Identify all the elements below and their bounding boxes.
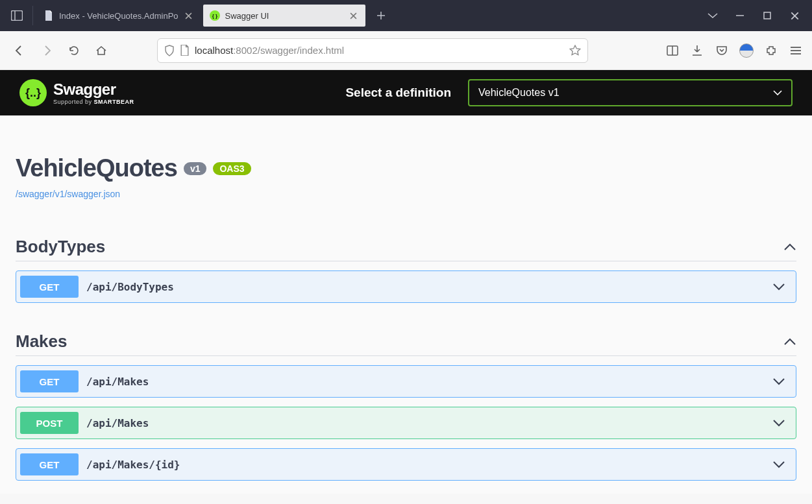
separator bbox=[32, 6, 33, 25]
tab-title: Index - VehicleQuotes.AdminPo bbox=[59, 11, 178, 21]
svg-rect-0 bbox=[12, 11, 23, 21]
chevron-down-icon bbox=[766, 378, 792, 385]
browser-titlebar: Index - VehicleQuotes.AdminPo { } Swagge… bbox=[0, 0, 812, 31]
close-window-button[interactable] bbox=[789, 10, 800, 21]
spec-link[interactable]: /swagger/v1/swagger.json bbox=[16, 189, 796, 199]
section-title: Makes bbox=[16, 331, 68, 352]
section-bodytypes: BodyTypes GET /api/BodyTypes bbox=[16, 237, 796, 303]
definition-select[interactable]: VehicleQuotes v1 bbox=[468, 79, 793, 106]
extensions-icon[interactable] bbox=[764, 43, 778, 58]
definition-selected-value: VehicleQuotes v1 bbox=[478, 87, 560, 99]
svg-rect-5 bbox=[764, 12, 770, 19]
operation-row[interactable]: POST /api/Makes bbox=[16, 407, 796, 439]
tab-inactive-0[interactable]: Index - VehicleQuotes.AdminPo bbox=[37, 5, 201, 27]
section-header[interactable]: BodyTypes bbox=[16, 237, 796, 261]
chevron-down-icon bbox=[766, 283, 792, 291]
swagger-logo-text: Swagger Supported by SMARTBEAR bbox=[53, 80, 134, 105]
operation-path: /api/BodyTypes bbox=[86, 281, 766, 293]
sidebar-toggle-button[interactable] bbox=[5, 4, 29, 27]
section-title: BodyTypes bbox=[16, 237, 105, 257]
app-menu-icon[interactable] bbox=[789, 43, 803, 58]
chevron-down-icon bbox=[766, 419, 792, 427]
method-badge: GET bbox=[20, 370, 79, 392]
shield-icon[interactable] bbox=[164, 45, 175, 56]
api-title: VehicleQuotes bbox=[16, 154, 177, 182]
chevron-down-icon bbox=[773, 90, 782, 95]
method-badge: GET bbox=[20, 453, 79, 475]
chevron-up-icon bbox=[783, 338, 796, 346]
nav-home-button[interactable] bbox=[91, 40, 112, 61]
url-text: localhost:8002/swagger/index.html bbox=[195, 45, 564, 56]
operation-path: /api/Makes/{id} bbox=[86, 459, 766, 471]
close-icon[interactable] bbox=[184, 10, 194, 21]
nav-back-button[interactable] bbox=[9, 40, 30, 61]
oas-badge: OAS3 bbox=[213, 162, 251, 175]
chevron-up-icon bbox=[783, 243, 796, 251]
tab-active-1[interactable]: { } Swagger UI bbox=[203, 5, 365, 27]
bookmark-icon[interactable] bbox=[569, 45, 581, 56]
doc-icon bbox=[43, 10, 54, 21]
swagger-logo-icon: {..} bbox=[19, 79, 47, 106]
swagger-logo[interactable]: {..} Swagger Supported by SMARTBEAR bbox=[19, 79, 134, 106]
section-header[interactable]: Makes bbox=[16, 331, 796, 356]
operation-row[interactable]: GET /api/Makes bbox=[16, 365, 796, 398]
version-badge: v1 bbox=[184, 162, 207, 175]
browser-toolbar: localhost:8002/swagger/index.html bbox=[0, 31, 812, 70]
reader-view-icon[interactable] bbox=[665, 43, 680, 58]
downloads-icon[interactable] bbox=[690, 43, 704, 58]
chevron-down-icon bbox=[766, 461, 792, 468]
url-bar[interactable]: localhost:8002/swagger/index.html bbox=[157, 38, 588, 63]
method-badge: GET bbox=[20, 276, 79, 298]
all-tabs-button[interactable] bbox=[707, 10, 719, 21]
section-makes: Makes GET /api/Makes POST /api/Makes GET… bbox=[16, 331, 796, 481]
swagger-icon: { } bbox=[210, 10, 220, 21]
minimize-button[interactable] bbox=[734, 10, 746, 21]
window-controls bbox=[700, 10, 807, 21]
swagger-topbar: {..} Swagger Supported by SMARTBEAR Sele… bbox=[0, 70, 812, 115]
toolbar-right bbox=[665, 43, 803, 58]
nav-refresh-button[interactable] bbox=[64, 40, 84, 61]
api-header: VehicleQuotes v1 OAS3 bbox=[16, 154, 796, 182]
operation-path: /api/Makes bbox=[86, 417, 766, 429]
nav-forward-button[interactable] bbox=[36, 40, 57, 61]
swagger-content: VehicleQuotes v1 OAS3 /swagger/v1/swagge… bbox=[0, 115, 812, 494]
operation-row[interactable]: GET /api/Makes/{id} bbox=[16, 448, 796, 481]
method-badge: POST bbox=[20, 412, 79, 434]
pocket-icon[interactable] bbox=[715, 43, 729, 58]
new-tab-button[interactable] bbox=[371, 5, 391, 26]
operation-row[interactable]: GET /api/BodyTypes bbox=[16, 270, 796, 303]
close-icon[interactable] bbox=[349, 10, 359, 21]
definition-label: Select a definition bbox=[345, 86, 451, 100]
operation-path: /api/Makes bbox=[86, 376, 766, 388]
maximize-button[interactable] bbox=[761, 10, 773, 21]
svg-text:{ }: { } bbox=[212, 13, 217, 19]
account-avatar[interactable] bbox=[739, 43, 754, 58]
tab-title: Swagger UI bbox=[225, 11, 343, 21]
page-info-icon[interactable] bbox=[180, 45, 190, 56]
